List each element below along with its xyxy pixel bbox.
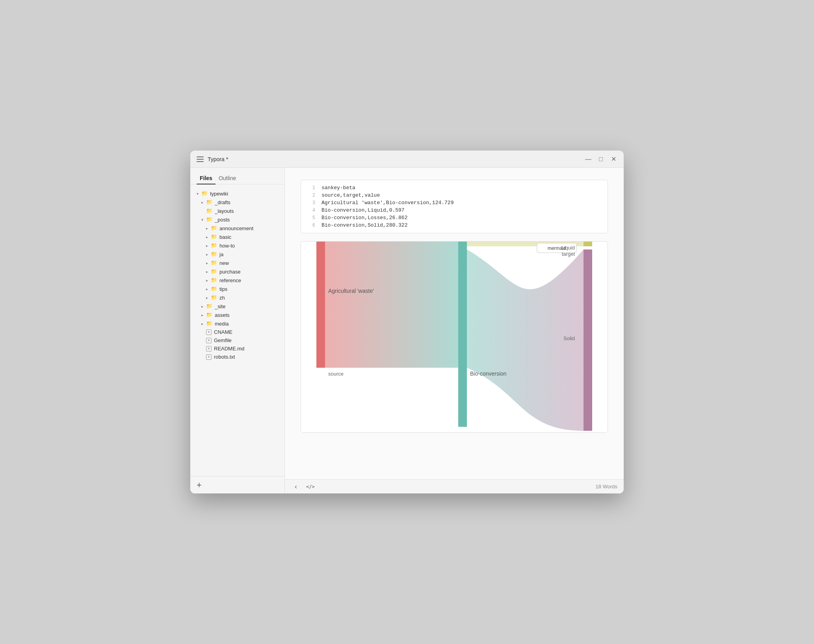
folder-icon: 📁 xyxy=(211,268,217,275)
tree-item-label: Gemfile xyxy=(214,337,232,343)
add-button[interactable]: + xyxy=(197,481,202,490)
folder-arrow-icon: ▸ xyxy=(204,278,209,283)
folder-icon: 📁 xyxy=(211,225,217,231)
tree-item-how-to[interactable]: ▸📁how-to xyxy=(190,241,284,250)
folder-arrow-icon: ▸ xyxy=(200,304,204,309)
node-solid xyxy=(584,249,592,431)
folder-icon: 📁 xyxy=(211,260,217,266)
tree-item-media[interactable]: ▸📁media xyxy=(190,319,284,328)
tree-item-zh[interactable]: ▸📁zh xyxy=(190,293,284,302)
tree-item-label: how-to xyxy=(219,243,235,249)
tree-item-label: purchase xyxy=(219,269,240,275)
tree-item-ja[interactable]: ▸📁ja xyxy=(190,250,284,259)
line-content: Bio-conversion,Liquid,0.597 xyxy=(322,207,405,213)
node-agricultural xyxy=(316,242,325,368)
label-target: target xyxy=(562,251,575,257)
tree-item-label: zh xyxy=(219,295,225,301)
code-line: 6Bio-conversion,Solid,280.322 xyxy=(301,221,608,233)
tree-item-label: tips xyxy=(219,286,227,292)
folder-arrow-icon: ▸ xyxy=(204,287,209,291)
folder-icon: 📁 xyxy=(206,199,212,205)
folder-arrow-icon: ▸ xyxy=(200,200,204,205)
sidebar: Files Outline ▾📁typewiki▸📁_drafts📁_layou… xyxy=(190,168,285,493)
label-liquid: Liquid xyxy=(561,245,575,251)
line-content: source,target,value xyxy=(322,192,380,198)
tree-item-label: media xyxy=(215,321,229,327)
tree-item-reference[interactable]: ▸📁reference xyxy=(190,276,284,285)
label-agricultural: Agricultural 'waste' xyxy=(328,288,374,294)
tree-item-typewiki[interactable]: ▾📁typewiki xyxy=(190,189,284,198)
tree-item-label: reference xyxy=(219,277,241,283)
tree-item--layouts[interactable]: 📁_layouts xyxy=(190,207,284,215)
node-liquid xyxy=(584,242,592,246)
line-number: 4 xyxy=(307,208,315,213)
folder-arrow-icon: ▸ xyxy=(204,235,209,239)
sankey-svg: mermaid Agricultural 'waste' source Bio-… xyxy=(301,242,608,431)
tree-item-label: _site xyxy=(215,303,225,309)
folder-arrow-icon: ▾ xyxy=(200,217,204,222)
nav-back-button[interactable]: ‹ xyxy=(291,482,301,491)
folder-icon: 📁 xyxy=(211,286,217,292)
editor: 1sankey-beta2source,target,value3Agricul… xyxy=(285,168,624,493)
tree-item-label: assets xyxy=(215,312,230,318)
code-line: 1sankey-beta xyxy=(301,180,608,192)
tree-item-new[interactable]: ▸📁new xyxy=(190,259,284,267)
tree-item-announcement[interactable]: ▸📁announcement xyxy=(190,224,284,233)
tree-item-label: robots.txt xyxy=(214,354,235,360)
line-number: 1 xyxy=(307,185,315,191)
tree-item--posts[interactable]: ▾📁_posts xyxy=(190,215,284,224)
tree-item-robots-txt[interactable]: ≡robots.txt xyxy=(190,353,284,361)
folder-arrow-icon: ▸ xyxy=(204,252,209,257)
folder-arrow-icon: ▸ xyxy=(204,269,209,274)
tab-files[interactable]: Files xyxy=(197,173,216,184)
code-view-button[interactable]: </> xyxy=(304,483,317,490)
flow-ag-bio xyxy=(325,242,458,368)
tree-item-basic[interactable]: ▸📁basic xyxy=(190,233,284,241)
window-controls: — □ ✕ xyxy=(584,155,617,163)
window-title: Typora * xyxy=(208,156,584,162)
status-nav: ‹ </> xyxy=(291,482,317,491)
tree-item-readme-md[interactable]: ≡README.md xyxy=(190,344,284,353)
tab-outline[interactable]: Outline xyxy=(216,173,239,184)
minimize-button[interactable]: — xyxy=(584,155,592,163)
label-solid: Solid xyxy=(563,335,575,341)
close-button[interactable]: ✕ xyxy=(610,155,617,163)
tree-item--site[interactable]: ▸📁_site xyxy=(190,302,284,311)
folder-icon: 📁 xyxy=(211,251,217,257)
tree-item-label: ja xyxy=(219,251,223,257)
line-content: Agricultural 'waste',Bio-conversion,124.… xyxy=(322,200,453,206)
line-content: sankey-beta xyxy=(322,185,355,191)
tree-item-cname[interactable]: ≡CNAME xyxy=(190,328,284,336)
folder-icon: 📁 xyxy=(211,242,217,249)
tree-item-label: typewiki xyxy=(210,191,228,197)
menu-icon[interactable] xyxy=(197,156,204,162)
folder-icon: 📁 xyxy=(206,312,212,318)
tree-item-gemfile[interactable]: ≡Gemfile xyxy=(190,336,284,344)
tree-item--drafts[interactable]: ▸📁_drafts xyxy=(190,198,284,207)
tree-item-purchase[interactable]: ▸📁purchase xyxy=(190,267,284,276)
line-number: 6 xyxy=(307,223,315,228)
folder-arrow-icon: ▸ xyxy=(200,313,204,317)
tree-item-tips[interactable]: ▸📁tips xyxy=(190,285,284,293)
code-block: 1sankey-beta2source,target,value3Agricul… xyxy=(301,180,608,233)
folder-icon: 📁 xyxy=(201,190,208,197)
folder-arrow-icon: ▸ xyxy=(204,243,209,248)
code-line: 2source,target,value xyxy=(301,192,608,199)
folder-icon: 📁 xyxy=(211,277,217,283)
maximize-button[interactable]: □ xyxy=(597,155,605,163)
tree-item-label: CNAME xyxy=(214,329,232,335)
status-bar: ‹ </> 18 Words xyxy=(285,479,624,493)
sidebar-footer: + xyxy=(190,476,284,493)
line-number: 3 xyxy=(307,200,315,206)
editor-content: 1sankey-beta2source,target,value3Agricul… xyxy=(285,168,624,479)
tree-item-assets[interactable]: ▸📁assets xyxy=(190,311,284,319)
folder-arrow-icon: ▸ xyxy=(204,226,209,231)
line-number: 2 xyxy=(307,193,315,198)
folder-icon: 📁 xyxy=(206,320,212,327)
tree-item-label: _posts xyxy=(215,217,230,223)
file-icon: ≡ xyxy=(206,329,212,335)
folder-arrow-icon: ▸ xyxy=(200,321,204,326)
tree-item-label: _layouts xyxy=(215,208,234,214)
titlebar: Typora * — □ ✕ xyxy=(190,151,624,168)
folder-arrow-icon xyxy=(200,208,204,213)
